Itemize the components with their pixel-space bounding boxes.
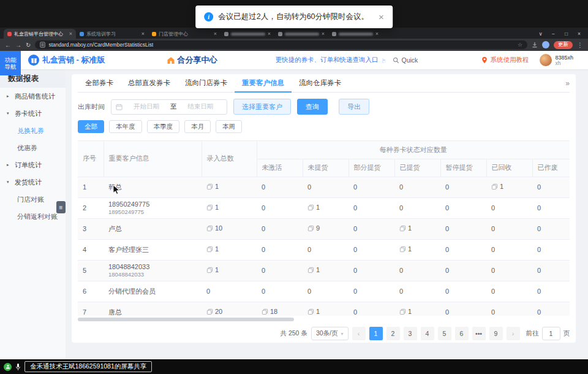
quick-filter-button[interactable]: 本周 bbox=[216, 120, 242, 133]
column-header: 录入总数 bbox=[202, 141, 257, 177]
quick-search[interactable]: Quick bbox=[393, 56, 418, 64]
page-info-icon[interactable] bbox=[40, 42, 45, 48]
cell-count: 0 bbox=[303, 177, 349, 197]
page-button[interactable]: 3 bbox=[404, 327, 417, 340]
window-minimize-button[interactable]: − bbox=[547, 31, 560, 37]
tutorial-link[interactable]: 系统使用教程 bbox=[481, 56, 529, 64]
count-with-icon[interactable]: 1 bbox=[307, 308, 320, 315]
sidebar-item[interactable]: 分销返利对账 bbox=[0, 208, 66, 225]
jump-page-input[interactable]: 1 bbox=[542, 327, 560, 340]
prev-page-button[interactable]: ‹ bbox=[352, 327, 366, 340]
toast-close-icon[interactable]: × bbox=[379, 12, 384, 22]
count-with-icon[interactable]: 1 bbox=[399, 245, 412, 253]
sidebar-item-label: 商品销售统计 bbox=[15, 92, 55, 101]
brand: 礼盒营销 - 标准版 bbox=[28, 55, 105, 66]
browser-update-button[interactable]: 更新 bbox=[554, 41, 573, 49]
count-with-icon[interactable]: 1 bbox=[307, 204, 320, 211]
count-value: 1 bbox=[316, 308, 320, 315]
quick-entry-tip[interactable]: 更快捷的券卡、订单和快递查询入口 ☞ bbox=[276, 56, 386, 64]
address-bar[interactable]: standard.maboy.cn/CardMemberStatisticsLi… bbox=[35, 40, 527, 49]
browser-tab[interactable]: × bbox=[328, 29, 382, 39]
content-tab[interactable]: 总部直发券卡 bbox=[121, 74, 178, 93]
tab-close-icon[interactable]: × bbox=[268, 31, 271, 37]
count-with-icon[interactable]: 1 bbox=[307, 266, 320, 273]
content-tab[interactable]: 流向仓库券卡 bbox=[292, 74, 349, 93]
count-with-icon[interactable]: 1 bbox=[491, 183, 503, 190]
sidebar-item[interactable]: ▸订单统计 bbox=[0, 156, 66, 174]
back-icon[interactable]: ← bbox=[5, 42, 11, 48]
browser-tab[interactable]: 门店管理中心× bbox=[148, 29, 221, 39]
quick-filter-button[interactable]: 本年度 bbox=[109, 120, 142, 133]
content-tab[interactable]: 流向门店券卡 bbox=[178, 74, 235, 93]
app-header: 功能 导航 礼盒营销 - 标准版 合分享中心 bbox=[0, 51, 588, 69]
tab-close-icon[interactable]: × bbox=[214, 31, 217, 37]
count-with-icon[interactable]: 20 bbox=[206, 308, 222, 315]
browser-tab[interactable]: × bbox=[221, 29, 274, 39]
page-button[interactable]: 2 bbox=[386, 327, 400, 340]
share-center-link[interactable]: 合分享中心 bbox=[167, 55, 217, 66]
tab-close-icon[interactable]: × bbox=[141, 31, 145, 37]
sidebar-item[interactable]: 门店对账 bbox=[0, 191, 66, 208]
browser-tab[interactable]: 系统培训学习× bbox=[76, 29, 148, 39]
count-with-icon[interactable]: 1 bbox=[399, 308, 412, 315]
select-customer-button[interactable]: 选择重要客户 bbox=[233, 99, 291, 115]
tab-close-icon[interactable]: × bbox=[375, 31, 379, 37]
count-with-icon[interactable]: 10 bbox=[206, 224, 222, 232]
count-with-icon[interactable]: 1 bbox=[399, 224, 412, 232]
window-maximize-button[interactable]: □ bbox=[560, 31, 573, 37]
user-menu[interactable]: 8385xh xh bbox=[540, 54, 573, 66]
sidebar-item[interactable]: 优惠券 bbox=[0, 139, 66, 156]
page-button[interactable]: 5 bbox=[438, 327, 451, 340]
count-with-icon[interactable]: 1 bbox=[206, 204, 219, 211]
sidebar-collapse-handle[interactable]: ≡ bbox=[56, 201, 66, 213]
query-button[interactable]: 查询 bbox=[297, 99, 328, 115]
page-button[interactable]: 1 bbox=[369, 327, 383, 340]
sidebar-item-label: 优惠券 bbox=[17, 143, 37, 153]
scrollbar-thumb[interactable] bbox=[78, 318, 294, 321]
next-page-button[interactable]: › bbox=[507, 327, 520, 340]
count-with-icon[interactable]: 1 bbox=[206, 183, 219, 190]
forward-icon[interactable]: → bbox=[15, 42, 21, 48]
tab-close-icon[interactable]: × bbox=[322, 31, 325, 37]
sidebar-item[interactable]: ▸商品销售统计 bbox=[0, 88, 66, 105]
count-with-icon[interactable]: 1 bbox=[206, 245, 219, 253]
browser-tab[interactable]: × bbox=[274, 29, 328, 39]
content-tabs: 全部券卡总部直发券卡流向门店券卡重要客户信息流向仓库券卡 bbox=[78, 74, 349, 92]
horizontal-scrollbar[interactable] bbox=[78, 318, 570, 321]
download-icon[interactable] bbox=[532, 42, 538, 48]
page-size-select[interactable]: 30条/页 ▾ bbox=[311, 327, 349, 340]
nav-toggle-button[interactable]: 功能 导航 bbox=[0, 51, 21, 75]
caret-icon: ▸ bbox=[7, 94, 13, 99]
quick-filter-button[interactable]: 本月 bbox=[184, 120, 211, 133]
cell-index: 4 bbox=[78, 239, 104, 260]
page-button[interactable]: 4 bbox=[421, 327, 434, 340]
window-close-button[interactable]: × bbox=[573, 31, 586, 37]
sidebar-item[interactable]: 兑换礼券 bbox=[0, 122, 66, 139]
count-with-icon[interactable]: 18 bbox=[262, 308, 277, 315]
reload-icon[interactable]: ↻ bbox=[26, 42, 31, 48]
page-button[interactable]: 6 bbox=[455, 327, 469, 340]
expand-panel-icon[interactable]: » bbox=[565, 79, 570, 88]
content-tab[interactable]: 重要客户信息 bbox=[235, 74, 292, 93]
page-button[interactable]: 9 bbox=[489, 327, 503, 340]
count-with-icon[interactable]: 9 bbox=[307, 224, 320, 232]
content-tab[interactable]: 全部券卡 bbox=[78, 74, 121, 93]
bookmark-star-icon[interactable]: ☆ bbox=[518, 42, 522, 48]
date-range-picker[interactable]: 开始日期 至 结束日期 bbox=[111, 99, 227, 115]
table-body: 1韩总1000001021895024977518950249775101000… bbox=[78, 177, 570, 316]
tab-close-icon[interactable]: × bbox=[69, 31, 72, 37]
quick-filter-button[interactable]: 全部 bbox=[78, 120, 104, 133]
browser-profile-avatar[interactable] bbox=[542, 41, 549, 48]
browser-menu-icon[interactable]: ⋮ bbox=[577, 42, 583, 48]
count-with-icon[interactable]: 1 bbox=[206, 266, 219, 273]
sidebar-item[interactable]: ▾券卡统计 bbox=[0, 105, 66, 122]
export-button[interactable]: 导出 bbox=[339, 99, 369, 115]
more-pages-button[interactable]: ••• bbox=[472, 327, 486, 340]
sidebar-item[interactable]: ▾发货统计 bbox=[0, 174, 66, 191]
cell-index: 7 bbox=[78, 302, 104, 316]
tab-search-icon[interactable]: ∨ bbox=[534, 31, 547, 37]
app-body: 数据报表 ▸商品销售统计▾券卡统计兑换礼券优惠券▸订单统计▾发货统计门店对账分销… bbox=[0, 69, 588, 359]
quick-filter-button[interactable]: 本季度 bbox=[147, 120, 180, 133]
table-head: 序号重要客户信息录入总数每种券卡状态对应数量未激活未提货部分提货已提货暂停提货已… bbox=[78, 141, 570, 177]
browser-tab[interactable]: 礼盒营销平台管理中心× bbox=[4, 29, 76, 39]
